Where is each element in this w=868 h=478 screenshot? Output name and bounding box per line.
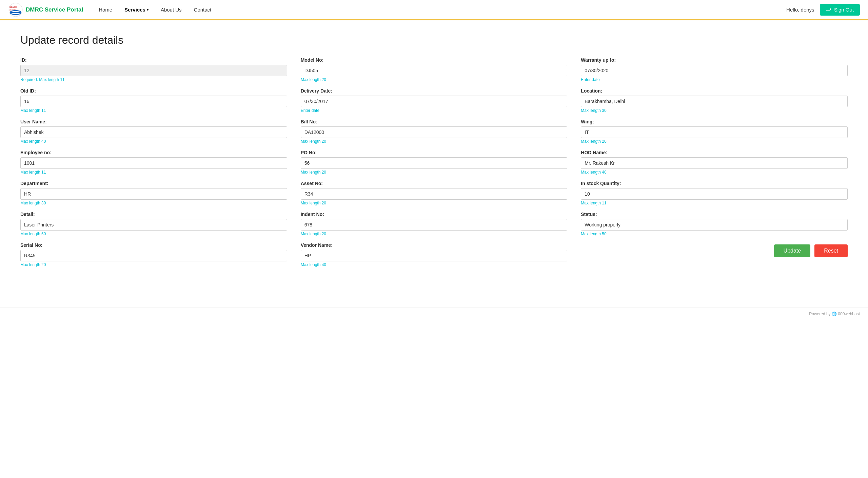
hint-wing: Max length 20 [581,139,848,144]
nav-services[interactable]: Services ▾ [120,5,153,15]
form-group-username: User Name: Max length 40 [20,119,287,144]
nav-links: Home Services ▾ About Us Contact [94,5,786,15]
form-group-detail: Detail: Max length 50 [20,212,287,236]
hint-employee-no: Max length 11 [20,170,287,175]
footer-brand: 🌐 [832,312,838,316]
hint-status: Max length 50 [581,232,848,236]
footer-brand-name: 000webhost [838,312,860,316]
nav-about[interactable]: About Us [156,5,186,15]
wing-field[interactable] [581,126,848,138]
warranty-field[interactable] [581,65,848,76]
label-serial-no: Serial No: [20,242,287,248]
label-status: Status: [581,212,848,217]
form-group-vendor-name: Vendor Name: Max length 40 [301,242,568,267]
form-group-wing: Wing: Max length 20 [581,119,848,144]
hint-username: Max length 40 [20,139,287,144]
update-button[interactable]: Update [774,244,811,257]
hello-text: Hello, denys [786,7,814,13]
hint-detail: Max length 50 [20,232,287,236]
label-bill-no: Bill No: [301,119,568,124]
label-hod-name: HOD Name: [581,150,848,155]
nav-contact[interactable]: Contact [189,5,216,15]
page-title: Update record details [20,34,848,46]
form-group-location: Location: Max length 30 [581,88,848,113]
model-no-field[interactable] [301,65,568,76]
label-indent-no: Indent No: [301,212,568,217]
form-group-serial-no: Serial No: Max length 20 [20,242,287,267]
footer-powered-by: Powered by [809,312,830,316]
form-col3: Warranty up to: Enter date Location: Max… [581,57,848,273]
in-stock-qty-field[interactable] [581,188,848,200]
po-no-field[interactable] [301,157,568,169]
label-model-no: Model No: [301,57,568,63]
bill-no-field[interactable] [301,126,568,138]
form-group-hod-name: HOD Name: Max length 40 [581,150,848,175]
hint-po-no: Max length 20 [301,170,568,175]
hint-warranty: Enter date [581,77,848,82]
indent-no-field[interactable] [301,219,568,231]
hint-vendor-name: Max length 40 [301,262,568,267]
hint-location: Max length 30 [581,108,848,113]
hod-name-field[interactable] [581,157,848,169]
username-field[interactable] [20,126,287,138]
hint-id: Required. Max length 11 [20,77,287,82]
label-po-no: PO No: [301,150,568,155]
form-group-department: Department: Max length 30 [20,181,287,205]
hint-delivery-date: Enter date [301,108,568,113]
reset-button[interactable]: Reset [814,244,848,257]
signout-icon: ⮐ [826,7,831,13]
form-group-bill-no: Bill No: Max length 20 [301,119,568,144]
hint-indent-no: Max length 20 [301,232,568,236]
form-group-in-stock-qty: In stock Quantity: Max length 11 [581,181,848,205]
footer: Powered by 🌐 000webhost [0,307,868,320]
main-content: Update record details ID: Required. Max … [0,20,868,294]
form-group-asset-no: Asset No: Max length 20 [301,181,568,205]
label-warranty: Warranty up to: [581,57,848,63]
form-group-delivery-date: Delivery Date: Enter date [301,88,568,113]
chevron-down-icon: ▾ [147,8,149,12]
hint-in-stock-qty: Max length 11 [581,201,848,205]
employee-no-field[interactable] [20,157,287,169]
label-location: Location: [581,88,848,94]
delivery-date-field[interactable] [301,96,568,107]
form-group-indent-no: Indent No: Max length 20 [301,212,568,236]
buttons-row: Update Reset [581,244,848,257]
department-field[interactable] [20,188,287,200]
form-col1: ID: Required. Max length 11 Old ID: Max … [20,57,287,273]
svg-text:DELHI: DELHI [9,6,17,8]
hint-old-id: Max length 11 [20,108,287,113]
hint-department: Max length 30 [20,201,287,205]
label-detail: Detail: [20,212,287,217]
label-employee-no: Employee no: [20,150,287,155]
label-department: Department: [20,181,287,186]
hint-model-no: Max length 20 [301,77,568,82]
status-field[interactable] [581,219,848,231]
signout-button[interactable]: ⮐ Sign Out [820,4,860,16]
label-asset-no: Asset No: [301,181,568,186]
label-id: ID: [20,57,287,63]
brand-logo-link[interactable]: DELHI METRO DMRC Service Portal [8,2,83,17]
navbar-right: Hello, denys ⮐ Sign Out [786,4,860,16]
label-delivery-date: Delivery Date: [301,88,568,94]
form-group-id: ID: Required. Max length 11 [20,57,287,82]
form-group-status: Status: Max length 50 [581,212,848,236]
form-group-employee-no: Employee no: Max length 11 [20,150,287,175]
serial-no-field[interactable] [20,250,287,261]
label-username: User Name: [20,119,287,124]
hint-asset-no: Max length 20 [301,201,568,205]
detail-field[interactable] [20,219,287,231]
form-group-model-no: Model No: Max length 20 [301,57,568,82]
asset-no-field[interactable] [301,188,568,200]
form-group-old-id: Old ID: Max length 11 [20,88,287,113]
location-field[interactable] [581,96,848,107]
old-id-field[interactable] [20,96,287,107]
nav-home[interactable]: Home [94,5,117,15]
label-wing: Wing: [581,119,848,124]
hint-serial-no: Max length 20 [20,262,287,267]
hint-hod-name: Max length 40 [581,170,848,175]
id-field[interactable] [20,65,287,76]
vendor-name-field[interactable] [301,250,568,261]
navbar: DELHI METRO DMRC Service Portal Home Ser… [0,0,868,20]
form-group-warranty: Warranty up to: Enter date [581,57,848,82]
form-group-po-no: PO No: Max length 20 [301,150,568,175]
